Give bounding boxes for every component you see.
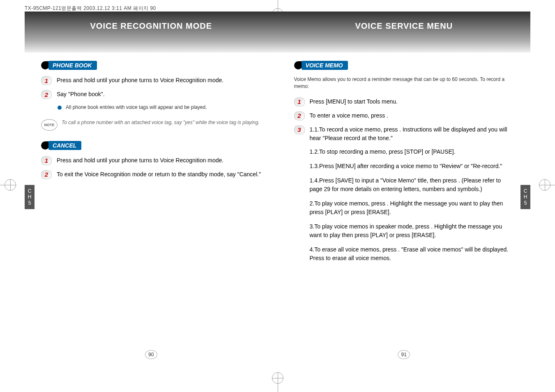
section-bullet-icon bbox=[294, 61, 302, 69]
sub-step: 2.To play voice memos, press . Highlight… bbox=[310, 199, 514, 217]
section-voice-memo: VOICE MEMO bbox=[294, 61, 348, 70]
step-text: 1.1.To record a voice memo, press . Inst… bbox=[310, 125, 514, 143]
print-header: TX-95CMP-121영문출력 2003.12.12 3:11 AM 페이지 … bbox=[25, 5, 156, 12]
section-bullet-icon bbox=[41, 61, 49, 69]
step-1-cancel: 1 Press and hold until your phone turns … bbox=[41, 156, 261, 165]
step-number-icon: 1 bbox=[41, 156, 52, 165]
banner-right: VOICE SERVICE MENU bbox=[278, 12, 531, 53]
step-1-voicememo: 1 Press [MENU] to start Tools menu. bbox=[294, 97, 514, 106]
step-2-cancel: 2 To exit the Voice Recognition mode or … bbox=[41, 170, 261, 179]
register-mark-bottom bbox=[272, 372, 283, 384]
step-number-icon: 1 bbox=[41, 76, 52, 85]
page-number-right: 91 bbox=[398, 350, 410, 359]
banner-title-left: VOICE RECOGNITION MODE bbox=[90, 21, 212, 31]
step-text: Press and hold until your phone turns to… bbox=[57, 76, 261, 85]
section-bullet-icon bbox=[41, 141, 49, 150]
step-number-icon: 2 bbox=[294, 111, 305, 120]
section-cancel: CANCEL bbox=[41, 141, 81, 150]
sub-step: 1.3.Press [MENU] after recording a voice… bbox=[310, 162, 514, 171]
page-right: VOICE SERVICE MENU VOICE MEMO Voice Memo… bbox=[278, 12, 531, 367]
intro-text: Voice Memo allows you to record a remind… bbox=[294, 76, 514, 90]
step-number-icon: 2 bbox=[41, 170, 52, 179]
step-text: To exit the Voice Recognition mode or re… bbox=[57, 170, 261, 179]
note-italic-text: To call a phone number with an attached … bbox=[62, 119, 260, 126]
section-phone-book: PHONE BOOK bbox=[41, 61, 97, 70]
register-mark-right bbox=[539, 179, 550, 191]
page-spread: VOICE RECOGNITION MODE PHONE BOOK 1 Pres… bbox=[25, 12, 530, 367]
section-label-voice-memo: VOICE MEMO bbox=[302, 61, 348, 70]
step-3-voicememo: 3 1.1.To record a voice memo, press . In… bbox=[294, 125, 514, 143]
page-number-left: 90 bbox=[145, 350, 157, 359]
sub-step: 1.4.Press [SAVE] to input a "Voice Memo"… bbox=[310, 176, 514, 194]
step-2-voicememo: 2 To enter a voice memo, press . bbox=[294, 111, 514, 120]
register-mark-left bbox=[5, 179, 16, 191]
step-text: Press and hold until your phone turns to… bbox=[57, 156, 261, 165]
note-bullet-box: All phone book entries with voice tags w… bbox=[58, 104, 261, 111]
step-text: Say "Phone book". bbox=[57, 90, 261, 99]
banner-title-right: VOICE SERVICE MENU bbox=[355, 21, 453, 31]
sub-step: 1.2.To stop recording a memo, press [STO… bbox=[310, 148, 514, 156]
sub-step: 3.To play voice memos in speaker mode, p… bbox=[310, 222, 514, 240]
step-1-phonebook: 1 Press and hold until your phone turns … bbox=[41, 76, 261, 85]
step-number-icon: 2 bbox=[41, 90, 52, 99]
section-label-cancel: CANCEL bbox=[48, 141, 81, 150]
step-text: To enter a voice memo, press . bbox=[310, 111, 514, 120]
step-number-icon: 1 bbox=[294, 97, 305, 106]
sub-step: 4.To erase all voice memos, press . "Era… bbox=[310, 245, 514, 263]
page-left: VOICE RECOGNITION MODE PHONE BOOK 1 Pres… bbox=[25, 12, 278, 367]
step-number-icon: 3 bbox=[294, 125, 305, 134]
section-label-phone-book: PHONE BOOK bbox=[48, 61, 97, 70]
note-badge-box: NOTE To call a phone number with an atta… bbox=[41, 119, 261, 131]
sub-steps: 1.2.To stop recording a memo, press [STO… bbox=[310, 148, 514, 263]
step-text: Press [MENU] to start Tools menu. bbox=[310, 97, 514, 106]
step-2-phonebook: 2 Say "Phone book". bbox=[41, 90, 261, 99]
bullet-icon bbox=[58, 106, 62, 110]
banner-left: VOICE RECOGNITION MODE bbox=[25, 12, 278, 53]
note-badge-icon: NOTE bbox=[41, 119, 58, 131]
note-text: All phone book entries with voice tags w… bbox=[66, 104, 207, 111]
